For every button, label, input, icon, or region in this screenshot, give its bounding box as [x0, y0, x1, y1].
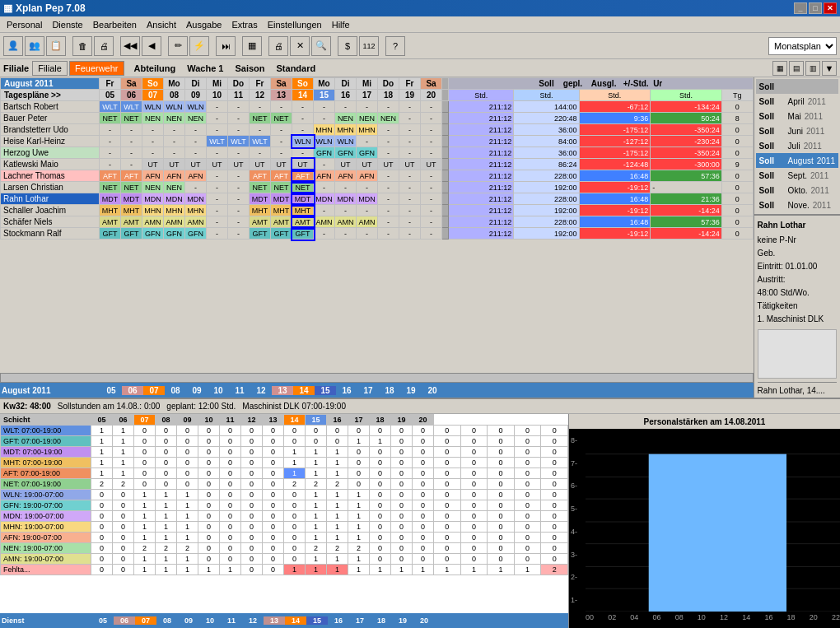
toolbar-dollar-icon[interactable]: $ [338, 36, 357, 56]
shift-0-11[interactable]: - [335, 101, 357, 113]
shift-9-5[interactable]: - [207, 205, 228, 216]
shift-9-0[interactable]: MHT [100, 205, 121, 216]
shift-10-6[interactable]: - [228, 216, 250, 228]
shift-0-10[interactable]: - [314, 101, 335, 113]
shift-4-14[interactable]: - [399, 147, 421, 159]
menu-bearbeiten[interactable]: Bearbeiten [88, 18, 142, 31]
shift-2-5[interactable]: - [207, 124, 228, 136]
month-juni[interactable]: SollJuni2011 [756, 123, 838, 138]
shift-6-11[interactable]: AFN [335, 170, 357, 182]
shift-7-6[interactable]: - [228, 182, 250, 193]
toolbar-table-icon[interactable]: ▦ [242, 36, 262, 56]
shift-2-0[interactable]: - [100, 124, 121, 136]
shift-3-11[interactable]: WLN [335, 136, 357, 147]
toolbar-pencil-icon[interactable]: ✏ [168, 36, 188, 56]
toolbar-print2-icon[interactable]: 🖨 [268, 36, 288, 56]
shift-7-14[interactable]: - [399, 182, 421, 193]
shift-6-10[interactable]: AFN [314, 170, 335, 182]
toolbar-copy-icon[interactable]: 📋 [46, 36, 66, 56]
shift-5-10[interactable]: - [314, 159, 335, 170]
toolbar-print-icon[interactable]: 🖨 [94, 36, 114, 56]
toolbar-delete-icon[interactable]: 🗑 [72, 36, 92, 56]
shift-0-0[interactable]: WLT [100, 101, 121, 113]
shift-10-3[interactable]: AMN [164, 216, 185, 228]
shift-9-1[interactable]: MHT [121, 205, 142, 216]
shift-8-1[interactable]: MDT [121, 193, 142, 205]
shift-3-5[interactable]: WLT [207, 136, 228, 147]
shift-6-13[interactable]: - [378, 170, 399, 182]
shift-7-7[interactable]: NET [250, 182, 271, 193]
month-august[interactable]: SollAugust2011 [756, 153, 838, 168]
view-btn-1[interactable]: ▦ [772, 61, 787, 76]
shift-7-13[interactable]: - [378, 182, 399, 193]
shift-6-12[interactable]: AFN [357, 170, 378, 182]
shift-4-11[interactable]: GFN [335, 147, 357, 159]
emp-name-2[interactable]: Brandstetterr Udo [1, 124, 100, 136]
shift-6-6[interactable]: - [228, 170, 250, 182]
month-mai[interactable]: SollMai2011 [756, 109, 838, 123]
shift-7-1[interactable]: NET [121, 182, 142, 193]
shift-3-6[interactable]: WLT [228, 136, 250, 147]
shift-5-11[interactable]: UT [335, 159, 357, 170]
shift-5-5[interactable]: UT [207, 159, 228, 170]
shift-0-3[interactable]: WLN [164, 101, 185, 113]
shift-2-14[interactable]: - [399, 124, 421, 136]
shift-10-11[interactable]: AMN [335, 216, 357, 228]
menu-ansicht[interactable]: Ansicht [142, 18, 181, 31]
view-btn-3[interactable]: ▥ [805, 61, 820, 76]
shift-11-8[interactable]: GFT [271, 228, 292, 240]
minimize-button[interactable]: _ [794, 2, 807, 14]
shift-3-9[interactable]: WLN [292, 136, 314, 147]
emp-name-8[interactable]: Rahn Lothar [1, 193, 100, 205]
shift-3-12[interactable]: - [357, 136, 378, 147]
shift-9-14[interactable]: - [399, 205, 421, 216]
toolbar-lightning-icon[interactable]: ⚡ [189, 36, 209, 56]
shift-11-4[interactable]: GFN [185, 228, 207, 240]
emp-name-4[interactable]: Herzog Uwe [1, 147, 100, 159]
shift-2-7[interactable]: - [250, 124, 271, 136]
shift-4-1[interactable]: - [121, 147, 142, 159]
shift-7-8[interactable]: NET [271, 182, 292, 193]
toolbar-prev-icon[interactable]: ◀ [142, 36, 161, 56]
shift-7-10[interactable]: - [314, 182, 335, 193]
feuerwehr-button[interactable]: Feuerwehr [69, 61, 124, 76]
shift-3-13[interactable]: - [378, 136, 399, 147]
emp-name-10[interactable]: Schäfer Niels [1, 216, 100, 228]
shift-0-15[interactable]: - [421, 101, 442, 113]
shift-4-3[interactable]: - [164, 147, 185, 159]
shift-0-1[interactable]: WLT [121, 101, 142, 113]
shift-6-4[interactable]: AFN [185, 170, 207, 182]
shift-11-11[interactable]: - [335, 228, 357, 240]
shift-1-6[interactable]: - [228, 113, 250, 124]
shift-7-5[interactable]: - [207, 182, 228, 193]
shift-7-2[interactable]: NEN [142, 182, 164, 193]
shift-4-7[interactable]: - [250, 147, 271, 159]
shift-8-3[interactable]: MDN [164, 193, 185, 205]
shift-11-5[interactable]: - [207, 228, 228, 240]
toolbar-people-icon[interactable]: 👤 [3, 36, 23, 56]
shift-1-15[interactable]: - [421, 113, 442, 124]
emp-name-6[interactable]: Lachner Thomas [1, 170, 100, 182]
shift-11-12[interactable]: - [357, 228, 378, 240]
shift-3-2[interactable]: - [142, 136, 164, 147]
shift-9-4[interactable]: MHN [185, 205, 207, 216]
shift-10-8[interactable]: AMT [271, 216, 292, 228]
close-button[interactable]: ✕ [824, 2, 837, 14]
shift-8-15[interactable]: - [421, 193, 442, 205]
shift-5-14[interactable]: UT [399, 159, 421, 170]
shift-3-15[interactable]: - [421, 136, 442, 147]
shift-7-3[interactable]: NEN [164, 182, 185, 193]
shift-4-4[interactable]: - [185, 147, 207, 159]
shift-4-15[interactable]: - [421, 147, 442, 159]
shift-10-12[interactable]: AMN [357, 216, 378, 228]
shift-11-1[interactable]: GFT [121, 228, 142, 240]
shift-7-9[interactable]: NET [292, 182, 314, 193]
shift-2-8[interactable]: - [271, 124, 292, 136]
shift-10-0[interactable]: AMT [100, 216, 121, 228]
shift-5-13[interactable]: UT [378, 159, 399, 170]
toolbar-search-icon[interactable]: 🔍 [311, 36, 331, 56]
shift-2-3[interactable]: - [164, 124, 185, 136]
shift-6-0[interactable]: AFT [100, 170, 121, 182]
shift-0-2[interactable]: WLN [142, 101, 164, 113]
shift-3-3[interactable]: - [164, 136, 185, 147]
